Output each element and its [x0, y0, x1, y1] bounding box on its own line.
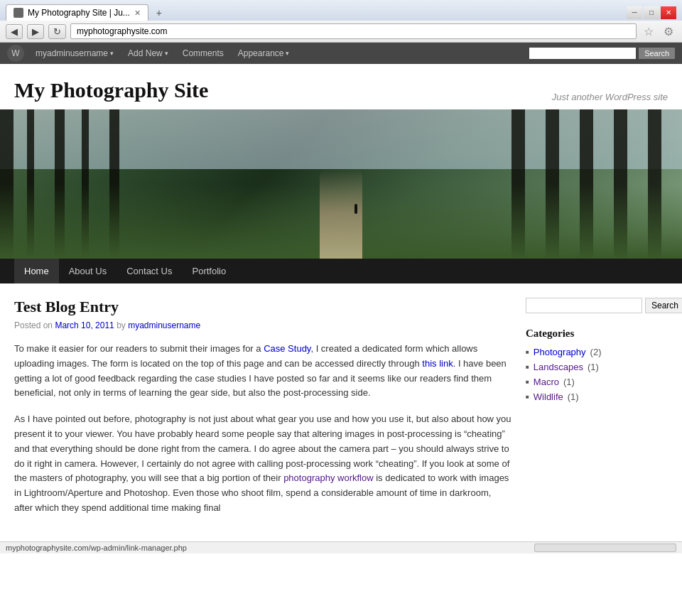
post-meta: Posted on March 10, 2011 by myadminusern… [14, 320, 512, 330]
categories-widget: Categories Photography (2) Landscapes (1… [526, 328, 668, 402]
category-link-photography[interactable]: Photography [534, 347, 586, 357]
post-case-study-link[interactable]: Case Study [264, 343, 310, 354]
site-title: My Photography Site [14, 78, 208, 102]
category-count-landscapes: (1) [588, 362, 599, 372]
category-item-landscapes: Landscapes (1) [526, 362, 668, 372]
active-tab[interactable]: My Photography Site | Ju... ✕ [6, 4, 148, 21]
admin-user-item[interactable]: myadminusername ▾ [28, 43, 121, 64]
title-bar: My Photography Site | Ju... ✕ + ─ □ ✕ [0, 0, 682, 21]
post-p1-text: To make it easier for our readers to sub… [14, 343, 264, 354]
admin-search-area: Search [529, 48, 675, 59]
admin-search-button[interactable]: Search [639, 48, 675, 59]
post-author-prefix: by [117, 320, 126, 330]
tab-favicon [13, 8, 23, 18]
post-this-link[interactable]: this link [422, 358, 453, 369]
admin-appearance-label: Appearance [238, 48, 284, 58]
sidebar: Search Categories Photography (2) Landsc… [526, 298, 668, 527]
settings-button[interactable]: ⚙ [661, 25, 676, 38]
category-item-wildlife: Wildlife (1) [526, 391, 668, 402]
category-link-landscapes[interactable]: Landscapes [534, 362, 583, 372]
post-meta-prefix: Posted on [14, 320, 53, 330]
category-count-wildlife: (1) [568, 391, 579, 402]
nav-item-portfolio[interactable]: Portfolio [182, 259, 236, 283]
nav-bar: ◀ ▶ ↻ ☆ ⚙ [0, 21, 682, 43]
sidebar-search-input[interactable] [526, 298, 642, 313]
post-author-link[interactable]: myadminusername [128, 320, 200, 330]
hero-path [320, 169, 362, 259]
post-body: To make it easier for our readers to sub… [14, 342, 512, 516]
tab-title: My Photography Site | Ju... [28, 8, 130, 18]
add-new-arrow-icon: ▾ [165, 50, 168, 57]
admin-username: myadminusername [36, 48, 108, 58]
category-link-macro[interactable]: Macro [534, 377, 559, 387]
hero-person [354, 204, 357, 214]
category-count-photography: (2) [590, 347, 602, 357]
hero-image [0, 109, 682, 259]
status-url: myphotographysite.com/wp-admin/link-mana… [6, 544, 270, 552]
category-count-macro: (1) [563, 377, 575, 387]
user-arrow-icon: ▾ [110, 50, 114, 57]
admin-add-new-item[interactable]: Add New ▾ [121, 43, 175, 64]
bookmark-button[interactable]: ☆ [641, 25, 656, 38]
post-title: Test Blog Entry [14, 298, 512, 316]
nav-item-about[interactable]: About Us [59, 259, 117, 283]
post-date-link[interactable]: March 10, 2011 [55, 320, 114, 330]
appearance-arrow-icon: ▾ [286, 50, 289, 57]
admin-search-input[interactable] [529, 48, 636, 59]
admin-comments-label: Comments [183, 48, 224, 58]
nav-link-portfolio[interactable]: Portfolio [182, 259, 236, 283]
admin-comments-item[interactable]: Comments [175, 43, 231, 64]
browser-window: My Photography Site | Ju... ✕ + ─ □ ✕ ◀ … [0, 0, 682, 553]
tab-close-button[interactable]: ✕ [134, 9, 141, 18]
nav-list: Home About Us Contact Us Portfolio [14, 259, 668, 283]
main-wrapper: Test Blog Entry Posted on March 10, 2011… [0, 283, 682, 541]
category-list: Photography (2) Landscapes (1) Macro (1) [526, 347, 668, 402]
wp-logo: W [7, 45, 24, 62]
forward-button[interactable]: ▶ [27, 24, 44, 39]
window-controls: ─ □ ✕ [627, 6, 676, 19]
post-paragraph-2: As I have pointed out before, photograph… [14, 412, 512, 516]
category-link-wildlife[interactable]: Wildlife [534, 391, 563, 402]
maximize-button[interactable]: □ [644, 6, 659, 19]
nav-item-contact[interactable]: Contact Us [117, 259, 182, 283]
close-button[interactable]: ✕ [661, 6, 676, 19]
post-paragraph-1: To make it easier for our readers to sub… [14, 342, 512, 401]
admin-add-new-label: Add New [128, 48, 163, 58]
site-nav: Home About Us Contact Us Portfolio [0, 259, 682, 283]
category-item-photography: Photography (2) [526, 347, 668, 357]
minimize-button[interactable]: ─ [627, 6, 642, 19]
nav-item-home[interactable]: Home [14, 259, 59, 283]
sidebar-search-area: Search [526, 298, 668, 313]
site-page: My Photography Site Just another WordPre… [0, 64, 682, 541]
browser-body: W myadminusername ▾ Add New ▾ Comments A… [0, 43, 682, 553]
new-tab-button[interactable]: + [151, 5, 167, 21]
status-bar: myphotographysite.com/wp-admin/link-mana… [0, 541, 682, 553]
site-header: My Photography Site Just another WordPre… [0, 64, 682, 109]
nav-link-contact[interactable]: Contact Us [117, 259, 182, 283]
sidebar-search-button[interactable]: Search [645, 298, 682, 313]
category-item-macro: Macro (1) [526, 377, 668, 387]
back-button[interactable]: ◀ [6, 24, 23, 39]
refresh-button[interactable]: ↻ [48, 24, 66, 39]
scroll-indicator[interactable] [534, 544, 676, 552]
nav-link-home[interactable]: Home [14, 259, 59, 283]
main-content: Test Blog Entry Posted on March 10, 2011… [14, 298, 512, 527]
admin-appearance-item[interactable]: Appearance ▾ [231, 43, 297, 64]
wp-admin-bar: W myadminusername ▾ Add New ▾ Comments A… [0, 43, 682, 64]
categories-title: Categories [526, 328, 668, 340]
site-tagline: Just another WordPress site [552, 92, 668, 102]
address-bar[interactable] [70, 23, 637, 39]
post-workflow-link[interactable]: photography workflow [283, 472, 373, 483]
nav-link-about[interactable]: About Us [59, 259, 117, 283]
